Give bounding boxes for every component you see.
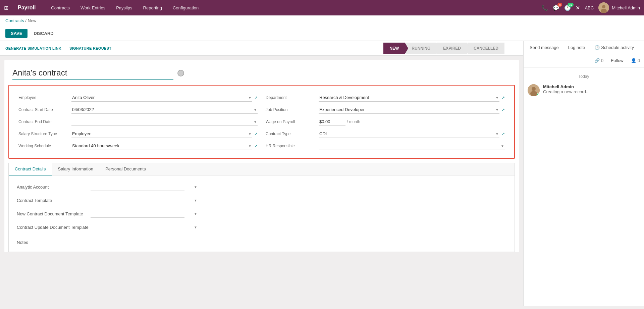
employee-external-link[interactable]: ↗ [254,95,258,100]
pipeline-step-new[interactable]: NEW [383,43,405,54]
right-panel: Send message Log note 🕐 Schedule activit… [523,41,644,306]
hr-responsible-dropdown: ▼ [319,142,505,150]
log-note-button[interactable]: Log note [566,44,587,51]
close-icon[interactable]: ✕ [576,5,580,11]
nav-contracts[interactable]: Contracts [49,4,72,12]
department-input[interactable] [319,94,499,102]
contract-start-date-field-row: Contract Start Date ▼ [18,104,258,116]
new-contract-doc-template-arrow: ▼ [194,212,197,216]
breadcrumb: Contracts / New [0,15,644,26]
chat-icon[interactable]: 💬 8 [553,5,559,11]
wage-value: / month [319,118,505,126]
abc-label: ABC [585,5,594,10]
tab-content-contract-details: Analytic Account ▼ Contract Template [9,175,515,252]
contract-type-external-link[interactable]: ↗ [501,132,505,136]
nav-payslips[interactable]: Payslips [114,4,134,12]
discard-button[interactable]: DISCARD [30,29,57,38]
tab-personal-documents[interactable]: Personal Documents [99,163,152,175]
job-position-value: ▼ ↗ [319,106,505,114]
schedule-activity-button[interactable]: 🕐 Schedule activity [592,44,636,51]
contract-type-input[interactable] [319,130,499,138]
contract-update-doc-template-arrow: ▼ [194,225,197,229]
top-navigation: ⊞ Payroll Contracts Work Entries Payslip… [0,0,644,15]
breadcrumb-current: New [28,18,37,23]
working-schedule-field-row: Working Schedule ▼ ↗ [18,140,258,152]
pipeline-step-running[interactable]: RUNNING [406,43,436,54]
wage-wrapper: / month [319,118,505,126]
tab-contract-details[interactable]: Contract Details [9,163,52,175]
svg-point-5 [530,91,537,96]
contract-update-doc-template-input[interactable] [91,223,184,231]
contract-end-date-label: Contract End Date [18,119,69,124]
job-position-external-link[interactable]: ↗ [501,107,505,112]
generate-simulation-link[interactable]: GENERATE SIMULATION LINK [5,46,61,50]
department-value: ▼ ↗ [319,94,505,102]
signature-request-link[interactable]: SIGNATURE REQUEST [69,46,111,50]
employee-input[interactable] [71,94,252,102]
department-external-link[interactable]: ↗ [501,95,505,100]
today-divider: Today [528,74,640,79]
nav-reporting[interactable]: Reporting [141,4,164,12]
pipeline-step-cancelled[interactable]: CANCELLED [468,43,504,54]
contract-template-label: Contract Template [17,198,91,203]
employee-field-row: Employee ▼ ↗ [18,92,258,104]
phone-icon[interactable]: 📞 [541,5,548,11]
working-schedule-input[interactable] [71,142,252,150]
salary-structure-value: ▼ ↗ [71,130,258,138]
contract-template-input[interactable] [91,196,184,204]
clock-badge: 31 [568,3,574,7]
job-position-field-row: Job Position ▼ ↗ [266,104,505,116]
contract-title-area [4,60,519,85]
working-schedule-label: Working Schedule [18,144,69,148]
working-schedule-external-link[interactable]: ↗ [254,144,258,148]
new-contract-doc-template-input[interactable] [91,210,184,218]
right-panel-header: Send message Log note 🕐 Schedule activit… [524,41,644,67]
clock-icon[interactable]: 🕐 31 [564,5,571,11]
analytic-account-input[interactable] [91,183,184,191]
department-label: Department [266,95,316,100]
tab-salary-information[interactable]: Salary Information [52,163,99,175]
fields-grid: Employee ▼ ↗ Contract Start Date [14,90,509,154]
employee-value: ▼ ↗ [71,94,258,102]
breadcrumb-parent[interactable]: Contracts [5,18,24,23]
nav-work-entries[interactable]: Work Entries [78,4,107,12]
pipeline-step-expired[interactable]: EXPIRED [437,43,467,54]
avatar [598,2,609,13]
salary-structure-external-link[interactable]: ↗ [254,132,258,136]
hr-responsible-input[interactable] [319,142,505,150]
contract-start-date-input[interactable] [71,106,258,114]
chatter-text: Creating a new record... [543,89,640,94]
contract-template-dropdown: ▼ [91,196,198,204]
salary-structure-input[interactable] [71,130,252,138]
wage-field-row: Wage on Payroll / month [266,116,505,128]
job-position-label: Job Position [266,107,316,112]
contract-update-doc-template-dropdown: ▼ [91,223,198,231]
job-position-input[interactable] [319,106,499,114]
contract-update-doc-template-row: Contract Update Document Template ▼ [17,221,506,233]
contract-end-date-input[interactable] [71,118,258,126]
schedule-activity-label: Schedule activity [601,45,634,50]
followers-icon: 👤 [631,58,636,63]
grid-icon[interactable]: ⊞ [4,5,8,11]
hr-responsible-label: HR Responsible [266,144,316,148]
wage-input[interactable] [319,118,345,126]
right-fields: Department ▼ ↗ Job Position [262,90,509,154]
contract-title-input[interactable] [12,67,173,80]
new-contract-doc-template-label: New Contract Document Template [17,211,91,216]
contract-type-label: Contract Type [266,132,316,136]
save-button[interactable]: SAVE [5,29,28,38]
chatter-item: Mitchell Admin Creating a new record... [528,84,640,96]
salary-structure-label: Salary Structure Type [18,132,69,136]
follow-button[interactable]: Follow [609,57,626,64]
send-message-button[interactable]: Send message [528,44,561,51]
analytic-account-dropdown: ▼ [91,183,198,191]
nav-configuration[interactable]: Configuration [171,4,201,12]
contract-end-date-value: ▼ [71,118,258,126]
svg-point-1 [602,5,605,8]
status-bar: GENERATE SIMULATION LINK SIGNATURE REQUE… [0,41,523,56]
contract-end-date-dropdown: ▼ [71,118,258,126]
new-contract-doc-template-value: ▼ [91,210,198,218]
user-name: Mitchell Admin [612,5,640,10]
action-bar: SAVE DISCARD [0,26,644,41]
user-menu[interactable]: Mitchell Admin [598,2,640,13]
